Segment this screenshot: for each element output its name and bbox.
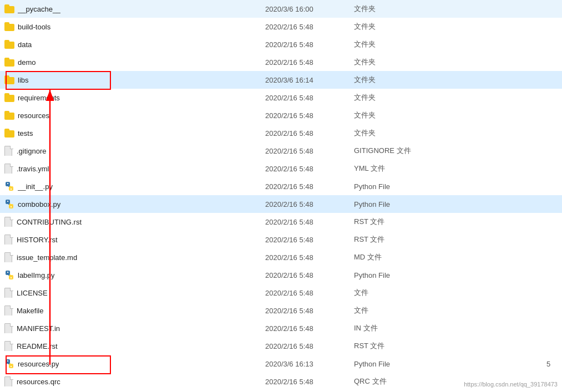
- list-item[interactable]: tests2020/2/16 5:48文件夹: [0, 124, 562, 142]
- file-name: build-tools: [18, 23, 50, 31]
- file-extra: 5: [546, 360, 558, 368]
- file-date: 2020/2/16 5:48: [265, 165, 354, 173]
- file-name-col: combobox.py: [4, 199, 265, 209]
- list-item[interactable]: __pycache__2020/3/6 16:00文件夹: [0, 0, 562, 18]
- file-date: 2020/2/16 5:48: [265, 378, 354, 386]
- list-item[interactable]: libs2020/3/6 16:14文件夹: [0, 71, 562, 89]
- file-icon: [4, 217, 13, 227]
- file-type: IN 文件: [354, 323, 558, 333]
- file-name-col: .travis.yml: [4, 164, 265, 174]
- list-item[interactable]: build-tools2020/2/16 5:48文件夹: [0, 18, 562, 35]
- file-name: __init__.py: [18, 182, 53, 191]
- file-name-col: libs: [4, 75, 265, 84]
- file-name-col: Makefile: [4, 306, 265, 315]
- list-item[interactable]: Makefile2020/2/16 5:48文件: [0, 302, 562, 319]
- list-item[interactable]: .travis.yml2020/2/16 5:48YML 文件: [0, 160, 562, 177]
- list-item[interactable]: labelImg.py2020/2/16 5:48Python File: [0, 266, 562, 284]
- list-item[interactable]: demo2020/2/16 5:48文件夹: [0, 53, 562, 71]
- file-name: MANIFEST.in: [17, 324, 60, 333]
- list-item[interactable]: resources.py2020/3/6 16:13Python File5: [0, 355, 562, 373]
- file-name-col: __pycache__: [4, 4, 265, 13]
- file-name: tests: [18, 129, 33, 138]
- file-name: CONTRIBUTING.rst: [17, 218, 82, 226]
- file-type: 文件夹: [354, 110, 558, 120]
- file-name: __pycache__: [18, 5, 60, 13]
- file-date: 2020/2/16 5:48: [265, 129, 354, 138]
- file-date: 2020/2/16 5:48: [265, 200, 354, 208]
- file-date: 2020/2/16 5:48: [265, 40, 354, 49]
- file-icon: [4, 252, 13, 262]
- file-name-col: .gitignore: [4, 146, 265, 156]
- file-name: libs: [18, 76, 29, 84]
- list-item[interactable]: LICENSE2020/2/16 5:48文件: [0, 284, 562, 302]
- file-name-col: HISTORY.rst: [4, 235, 265, 245]
- list-item[interactable]: HISTORY.rst2020/2/16 5:48RST 文件: [0, 231, 562, 248]
- file-type: Python File: [354, 200, 558, 208]
- file-name-col: tests: [4, 129, 265, 138]
- file-type: MD 文件: [354, 252, 558, 262]
- list-item[interactable]: requirements2020/2/16 5:48文件夹: [0, 89, 562, 106]
- file-type: 文件: [354, 306, 558, 315]
- file-date: 2020/2/16 5:48: [265, 147, 354, 155]
- file-name: HISTORY.rst: [17, 236, 58, 244]
- svg-rect-21: [11, 366, 12, 367]
- file-date: 2020/3/6 16:00: [265, 5, 354, 13]
- file-name-col: resources.py: [4, 359, 265, 369]
- folder-icon: [4, 4, 14, 13]
- svg-rect-15: [11, 277, 12, 278]
- svg-rect-3: [11, 189, 12, 190]
- list-item[interactable]: issue_template.md2020/2/16 5:48MD 文件: [0, 248, 562, 266]
- file-type: 文件夹: [354, 39, 558, 49]
- file-name: data: [18, 40, 32, 49]
- list-item[interactable]: combobox.py2020/2/16 5:48Python File: [0, 195, 562, 213]
- file-type: Python File: [354, 271, 558, 279]
- file-type: 文件夹: [354, 57, 558, 67]
- file-name: README.rst: [17, 342, 58, 350]
- svg-rect-1: [7, 183, 8, 184]
- file-date: 2020/3/6 16:13: [265, 360, 354, 368]
- svg-rect-19: [7, 360, 8, 362]
- file-icon: [4, 288, 13, 298]
- python-icon: [4, 181, 14, 191]
- file-icon: [4, 306, 13, 315]
- file-name: requirements: [18, 94, 60, 102]
- list-item[interactable]: MANIFEST.in2020/2/16 5:48IN 文件: [0, 319, 562, 337]
- svg-rect-10: [9, 203, 11, 205]
- svg-rect-5: [8, 185, 9, 187]
- file-type: 文件: [354, 288, 558, 298]
- folder-icon: [4, 58, 14, 67]
- file-name: issue_template.md: [17, 253, 77, 262]
- file-type: 文件夹: [354, 75, 558, 85]
- file-type: 文件夹: [354, 22, 558, 32]
- list-item[interactable]: __init__.py2020/2/16 5:48Python File: [0, 177, 562, 195]
- file-name: resources.py: [18, 360, 59, 368]
- svg-rect-16: [9, 274, 11, 276]
- file-list[interactable]: __pycache__2020/3/6 16:00文件夹build-tools2…: [0, 0, 562, 392]
- file-type: YML 文件: [354, 164, 558, 174]
- file-name-col: MANIFEST.in: [4, 323, 265, 333]
- list-item[interactable]: README.rst2020/2/16 5:48RST 文件: [0, 337, 562, 355]
- file-date: 2020/2/16 5:48: [265, 23, 354, 31]
- file-name: .gitignore: [17, 147, 46, 155]
- file-type: 文件夹: [354, 93, 558, 103]
- list-item[interactable]: .gitignore2020/2/16 5:48GITIGNORE 文件: [0, 142, 562, 160]
- file-name-col: __init__.py: [4, 181, 265, 191]
- file-date: 2020/2/16 5:48: [265, 307, 354, 315]
- folder-icon: [4, 22, 14, 31]
- file-type: GITIGNORE 文件: [354, 146, 558, 156]
- svg-rect-22: [9, 363, 11, 365]
- file-date: 2020/2/16 5:48: [265, 342, 354, 350]
- file-type: RST 文件: [354, 217, 558, 227]
- svg-rect-4: [9, 186, 11, 187]
- list-item[interactable]: resources2020/2/16 5:48文件夹: [0, 106, 562, 124]
- file-date: 2020/2/16 5:48: [265, 94, 354, 102]
- python-icon: [4, 359, 14, 369]
- list-item[interactable]: CONTRIBUTING.rst2020/2/16 5:48RST 文件: [0, 213, 562, 231]
- file-icon: [4, 376, 13, 386]
- file-name-col: issue_template.md: [4, 252, 265, 262]
- file-name-col: README.rst: [4, 341, 265, 351]
- svg-rect-7: [7, 201, 8, 202]
- list-item[interactable]: data2020/2/16 5:48文件夹: [0, 35, 562, 53]
- file-type: RST 文件: [354, 235, 558, 245]
- file-date: 2020/2/16 5:48: [265, 58, 354, 67]
